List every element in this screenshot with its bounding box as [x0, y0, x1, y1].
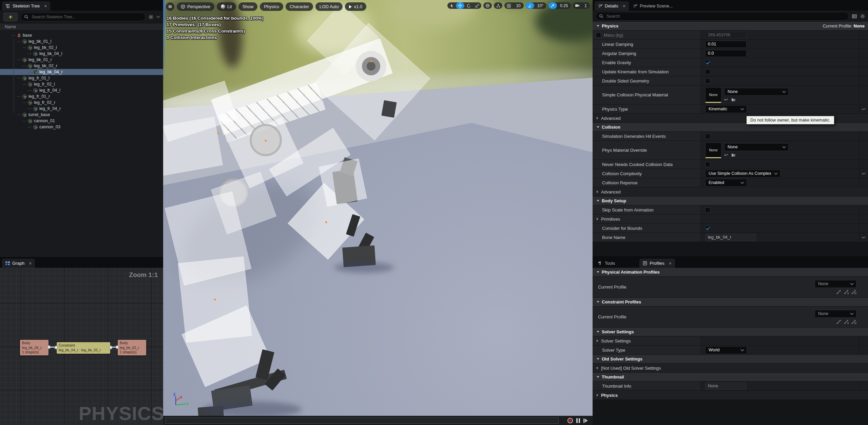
- tree-item-selected[interactable]: leg_bk_04_r: [0, 69, 163, 75]
- double-sided-checkbox[interactable]: [705, 78, 710, 84]
- physical-material-dropdown[interactable]: None: [724, 88, 789, 96]
- gear-icon[interactable]: [148, 14, 154, 20]
- physics-type-dropdown[interactable]: Kinematic: [705, 105, 747, 113]
- section-constraint-profiles[interactable]: Constraint Profiles: [593, 298, 868, 307]
- viewport-menu-button[interactable]: [166, 2, 174, 11]
- section-physical-animation-profiles[interactable]: Physical Animation Profiles: [593, 268, 868, 277]
- perspective-button[interactable]: Perspective: [177, 2, 214, 11]
- tree-item[interactable]: leg_fr_04_l: [0, 87, 163, 93]
- close-icon[interactable]: ×: [623, 3, 625, 9]
- record-icon[interactable]: [567, 418, 573, 423]
- section-thumbnail[interactable]: Thumbnail: [593, 373, 868, 382]
- phys-material-override-dropdown[interactable]: None: [724, 143, 789, 151]
- row-advanced-collision[interactable]: Advanced: [593, 187, 868, 197]
- rotation-snap-value[interactable]: 10°: [534, 3, 546, 8]
- profile-unassign-icon[interactable]: [844, 289, 849, 294]
- tree-item[interactable]: cannon_03: [0, 124, 163, 130]
- scale-snap-value[interactable]: 0.25: [557, 3, 571, 8]
- node-pin[interactable]: [54, 346, 58, 349]
- tab-profiles[interactable]: Profiles ×: [639, 259, 675, 268]
- tree-item[interactable]: leg_fr_02_r: [0, 99, 163, 106]
- gear-icon[interactable]: [860, 14, 865, 19]
- grid-snap-icon[interactable]: [504, 2, 513, 9]
- tab-skeleton-tree[interactable]: Skeleton Tree ×: [2, 1, 50, 11]
- close-icon[interactable]: ×: [44, 3, 47, 9]
- details-search-input[interactable]: [606, 14, 845, 19]
- expander-icon[interactable]: [597, 218, 598, 220]
- reset-to-default-icon[interactable]: ↩: [862, 107, 866, 112]
- tree-item[interactable]: cannon_01: [0, 118, 163, 124]
- tab-tools[interactable]: Tools: [595, 259, 618, 268]
- use-selected-asset-icon[interactable]: ↩: [724, 152, 728, 158]
- show-button[interactable]: Show: [238, 2, 258, 11]
- physics-menu-button[interactable]: Physics: [260, 2, 283, 11]
- expander-icon[interactable]: [597, 339, 598, 342]
- profile-select-icon[interactable]: [851, 289, 856, 294]
- viewport-3d[interactable]: Perspective Lit Show Physics Character L…: [163, 0, 593, 416]
- tree-item[interactable]: turret_base: [0, 112, 163, 118]
- profile-unassign-icon[interactable]: [844, 319, 849, 324]
- move-tool-button[interactable]: [456, 2, 464, 9]
- close-icon[interactable]: ×: [29, 261, 32, 266]
- lod-button[interactable]: LOD Auto: [315, 2, 343, 11]
- asset-thumbnail[interactable]: None: [705, 143, 721, 158]
- section-old-solver-settings[interactable]: Old Solver Settings: [593, 355, 868, 364]
- rotate-tool-button[interactable]: [464, 2, 473, 9]
- tree-item[interactable]: leg_fr_01_l: [0, 75, 163, 81]
- character-menu-button[interactable]: Character: [286, 2, 313, 11]
- tree-item[interactable]: leg_bk_02_r: [0, 63, 163, 69]
- graph-node-body[interactable]: Body leg_bk_04_r 1 shape(s): [20, 340, 49, 355]
- graph-node-constraint[interactable]: Constraint leg_bk_04_r : leg_bk_02_r: [57, 342, 110, 354]
- update-kinematic-checkbox[interactable]: [705, 69, 710, 74]
- solver-type-dropdown[interactable]: World: [705, 346, 747, 354]
- section-solver-settings[interactable]: Solver Settings: [593, 328, 868, 336]
- scale-tool-button[interactable]: [473, 2, 481, 9]
- skeleton-search[interactable]: [20, 13, 146, 21]
- display-filter-icon[interactable]: [852, 14, 857, 19]
- lit-button[interactable]: Lit: [217, 2, 236, 11]
- node-pin[interactable]: [47, 345, 51, 349]
- skeleton-search-input[interactable]: [31, 14, 142, 20]
- use-selected-asset-icon[interactable]: ↩: [724, 97, 728, 102]
- tree-item[interactable]: leg_bk_01_r: [0, 57, 163, 63]
- browse-asset-icon[interactable]: [731, 153, 736, 157]
- tree-item[interactable]: leg_fr_02_l: [0, 81, 163, 87]
- pause-icon[interactable]: [576, 418, 580, 423]
- consider-bounds-checkbox[interactable]: [705, 226, 710, 231]
- asset-thumbnail[interactable]: None: [705, 87, 721, 103]
- row-not-used-old-solver[interactable]: [Not Used] Old Solver Settings: [593, 364, 868, 373]
- camera-speed-icon[interactable]: [573, 2, 581, 9]
- constraint-profile-dropdown[interactable]: None: [815, 310, 856, 318]
- bone-name-field[interactable]: [705, 234, 756, 241]
- grid-snap-value[interactable]: 10: [513, 3, 523, 8]
- section-body-setup[interactable]: Body Setup: [593, 197, 868, 205]
- profile-select-icon[interactable]: [851, 319, 856, 324]
- reset-to-default-icon[interactable]: ↩: [862, 171, 866, 176]
- tree-item[interactable]: leg_bk_02_l: [0, 44, 163, 51]
- sim-hit-events-checkbox[interactable]: [705, 134, 710, 139]
- linear-damping-input[interactable]: [705, 41, 747, 48]
- surface-snap-button[interactable]: [494, 2, 502, 9]
- collision-response-dropdown[interactable]: Enabled: [705, 179, 747, 187]
- collision-complexity-dropdown[interactable]: Use Simple Collision As Complex: [705, 170, 780, 178]
- row-physics-collapsed[interactable]: Physics: [593, 391, 868, 400]
- node-pin[interactable]: [115, 345, 119, 349]
- graph-canvas[interactable]: Zoom 1:1 PHYSICS Body leg_bk_04_r 1 shap…: [0, 268, 163, 425]
- select-tool-button[interactable]: [447, 2, 456, 9]
- tree-item[interactable]: leg_bk_04_l: [0, 51, 163, 57]
- sim-speed-button[interactable]: x1.0: [345, 2, 366, 11]
- profile-assign-icon[interactable]: [836, 289, 842, 294]
- camera-speed-value[interactable]: 1: [581, 3, 590, 8]
- enable-gravity-checkbox[interactable]: [705, 60, 710, 65]
- tree-item-base[interactable]: base: [0, 32, 163, 38]
- rotation-snap-icon[interactable]: [526, 2, 534, 9]
- world-local-toggle[interactable]: [483, 2, 492, 9]
- tree-item[interactable]: leg_fr_04_r: [0, 106, 163, 112]
- tree-column-header[interactable]: Name: [0, 23, 163, 31]
- tree-item[interactable]: leg_fr_01_r: [0, 93, 163, 99]
- reset-to-default-icon[interactable]: ↩: [862, 235, 866, 240]
- skip-scale-checkbox[interactable]: [705, 207, 710, 212]
- step-forward-icon[interactable]: [583, 419, 588, 423]
- close-icon[interactable]: ×: [669, 261, 672, 266]
- tab-preview-scene[interactable]: Preview Scene...: [630, 1, 676, 11]
